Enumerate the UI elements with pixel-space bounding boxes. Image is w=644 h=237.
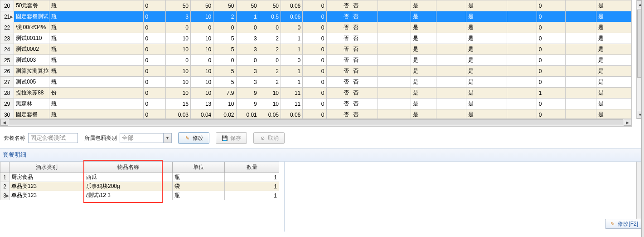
cell[interactable]: 50 xyxy=(236,0,259,11)
cell[interactable]: 3 xyxy=(165,11,190,22)
cell[interactable]: 9 xyxy=(236,88,259,99)
cell[interactable]: 11 xyxy=(281,99,303,109)
cell[interactable]: 50元套餐 xyxy=(14,0,49,11)
cell[interactable]: 是 xyxy=(596,77,632,88)
cell[interactable] xyxy=(507,99,537,109)
cancel-button[interactable]: ⊘ 取消 xyxy=(253,132,285,144)
cell[interactable]: 瓶 xyxy=(49,0,143,11)
cell[interactable]: 2 xyxy=(213,11,236,22)
cell[interactable]: 10 xyxy=(165,77,190,88)
column-header[interactable]: 物品名称 xyxy=(84,162,173,173)
cell[interactable]: 50 xyxy=(191,0,213,11)
cell[interactable]: 瓶 xyxy=(49,55,143,66)
scroll-left-icon[interactable]: ◀ xyxy=(0,119,8,126)
cell[interactable] xyxy=(507,88,537,99)
cell[interactable]: 瓶 xyxy=(49,33,143,44)
cell[interactable]: 否 xyxy=(326,109,351,119)
cell[interactable] xyxy=(507,0,537,11)
row-header[interactable]: 26 xyxy=(0,66,14,77)
column-header[interactable] xyxy=(0,162,10,173)
cell[interactable]: 是 xyxy=(411,44,436,55)
cell[interactable]: 10 xyxy=(165,88,190,99)
cell[interactable]: 10 xyxy=(165,66,190,77)
cell[interactable]: 0 xyxy=(537,55,565,66)
cell[interactable]: /测试\12 3 xyxy=(84,191,173,200)
main-data-grid[interactable]: 2050元套餐瓶050505050500.060否否是是0是21▶固定套餐测试瓶… xyxy=(0,0,632,119)
table-row[interactable]: 27测试005瓶0101053210否否是是0是 xyxy=(0,77,632,88)
cell[interactable]: 否 xyxy=(351,0,378,11)
cell[interactable]: 0 xyxy=(303,11,326,22)
cell[interactable]: 是 xyxy=(466,33,507,44)
row-header[interactable]: 21▶ xyxy=(0,11,14,22)
cell[interactable] xyxy=(566,109,596,119)
cell[interactable]: 袋 xyxy=(173,182,225,191)
cell[interactable]: 3 xyxy=(236,44,259,55)
column-header[interactable]: 酒水类别 xyxy=(10,162,84,173)
cell[interactable]: 3 xyxy=(236,66,259,77)
cell[interactable] xyxy=(566,0,596,11)
cell[interactable]: 否 xyxy=(351,55,378,66)
cell[interactable]: 0 xyxy=(537,109,565,119)
cell[interactable] xyxy=(436,77,466,88)
cell[interactable]: 16 xyxy=(165,99,190,109)
cell[interactable] xyxy=(566,99,596,109)
cell[interactable] xyxy=(566,88,596,99)
cell[interactable]: 测试005 xyxy=(14,77,49,88)
cell[interactable]: 5 xyxy=(213,66,236,77)
cell[interactable]: 0 xyxy=(191,55,213,66)
cell[interactable]: 固定套餐测试 xyxy=(14,11,49,22)
cell[interactable]: 是 xyxy=(466,0,507,11)
cell[interactable]: 是 xyxy=(596,0,632,11)
cell[interactable]: 是 xyxy=(596,22,632,33)
cell[interactable]: 1 xyxy=(281,33,303,44)
cell[interactable]: 否 xyxy=(351,88,378,99)
cell[interactable] xyxy=(566,66,596,77)
cell[interactable]: 是 xyxy=(596,66,632,77)
cell[interactable] xyxy=(436,99,466,109)
cell[interactable]: 否 xyxy=(351,11,378,22)
row-header[interactable]: 27 xyxy=(0,77,14,88)
cell[interactable]: 0.06 xyxy=(281,0,303,11)
cell[interactable]: 是 xyxy=(411,99,436,109)
cell[interactable]: 黑森林 xyxy=(14,99,49,109)
cell[interactable]: 0 xyxy=(537,22,565,33)
cell[interactable]: 1 xyxy=(225,173,279,182)
cell[interactable]: 否 xyxy=(351,77,378,88)
cell[interactable] xyxy=(507,77,537,88)
cell[interactable]: 否 xyxy=(326,88,351,99)
cell[interactable]: 是 xyxy=(596,99,632,109)
cell[interactable]: 是 xyxy=(596,33,632,44)
cell[interactable] xyxy=(436,22,466,33)
cell[interactable]: 否 xyxy=(326,44,351,55)
cell[interactable]: 0 xyxy=(143,99,165,109)
cell[interactable]: 5 xyxy=(213,77,236,88)
cell[interactable]: 瓶 xyxy=(173,191,225,200)
row-header[interactable]: 22 xyxy=(0,22,14,33)
cell[interactable]: 是 xyxy=(466,55,507,66)
cell[interactable]: 否 xyxy=(326,55,351,66)
cell[interactable] xyxy=(436,0,466,11)
cell[interactable]: 0 xyxy=(165,55,190,66)
cell[interactable] xyxy=(378,109,411,119)
column-header[interactable]: 单位 xyxy=(173,162,225,173)
table-row[interactable]: 3▶单品类123/测试\12 3瓶1 xyxy=(0,191,279,200)
cell[interactable]: 3 xyxy=(236,77,259,88)
cell[interactable]: 瓶 xyxy=(49,77,143,88)
cell[interactable]: 否 xyxy=(351,66,378,77)
cell[interactable]: 是 xyxy=(411,88,436,99)
cell[interactable] xyxy=(378,44,411,55)
cell[interactable] xyxy=(507,55,537,66)
cell[interactable]: 0 xyxy=(303,77,326,88)
cell[interactable]: 是 xyxy=(596,11,632,22)
cell[interactable]: 0 xyxy=(281,55,303,66)
row-header[interactable]: 28 xyxy=(0,88,14,99)
cell[interactable]: 0 xyxy=(213,22,236,33)
scroll-right-icon[interactable]: ▶ xyxy=(624,119,631,126)
cell[interactable]: 瓶 xyxy=(49,99,143,109)
cell[interactable]: 是 xyxy=(466,77,507,88)
cell[interactable]: 是 xyxy=(596,109,632,119)
cell[interactable]: 0 xyxy=(259,55,281,66)
cell[interactable]: 0 xyxy=(537,0,565,11)
cell[interactable]: 否 xyxy=(326,99,351,109)
cell[interactable] xyxy=(378,33,411,44)
